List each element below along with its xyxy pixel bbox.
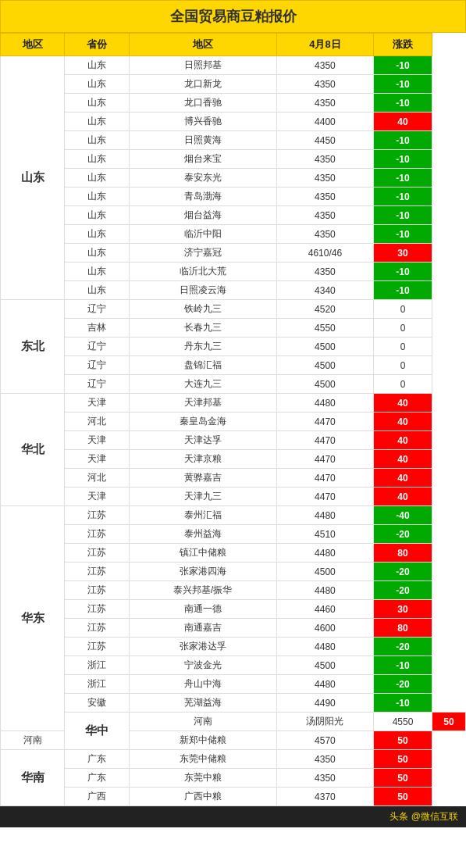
- price-cell: 4350: [276, 75, 374, 94]
- price-cell: 4480: [276, 638, 374, 656]
- price-cell: 4470: [276, 431, 374, 450]
- location-cell: 广西中粮: [129, 788, 276, 806]
- table-row: 江苏泰州益海4510-20: [1, 525, 466, 544]
- province-cell: 天津: [65, 431, 129, 450]
- province-cell: 河北: [65, 469, 129, 488]
- province-cell: 江苏: [65, 563, 129, 581]
- province-cell: 山东: [65, 113, 129, 131]
- province-cell: 山东: [65, 169, 129, 188]
- table-row: 河北秦皇岛金海447040: [1, 413, 466, 431]
- province-cell: 江苏: [65, 600, 129, 619]
- price-cell: 4550: [276, 319, 374, 338]
- change-cell: 40: [374, 113, 432, 131]
- location-cell: 长春九三: [129, 319, 276, 338]
- table-row: 吉林长春九三45500: [1, 319, 466, 338]
- location-cell: 泰州汇福: [129, 506, 276, 525]
- province-cell: 江苏: [65, 581, 129, 600]
- province-cell: 山东: [65, 75, 129, 94]
- change-cell: 40: [374, 431, 432, 450]
- location-cell: 张家港四海: [129, 563, 276, 581]
- table-row: 山东烟台益海4350-10: [1, 206, 466, 225]
- province-cell: 山东: [65, 131, 129, 150]
- table-row: 山东日照凌云海4340-10: [1, 281, 466, 300]
- change-cell: -10: [374, 169, 432, 188]
- table-row: 山东临沂北大荒4350-10: [1, 263, 466, 281]
- province-cell: 山东: [65, 206, 129, 225]
- location-cell: 东莞中储粮: [129, 750, 276, 769]
- price-cell: 4510: [276, 525, 374, 544]
- table-row: 江苏南通一德446030: [1, 600, 466, 619]
- change-cell: -20: [374, 581, 432, 600]
- location-cell: 临沂中阳: [129, 225, 276, 244]
- table-row: 江苏泰兴邦基/振华4480-20: [1, 581, 466, 600]
- location-cell: 天津达孚: [129, 431, 276, 450]
- change-cell: 40: [374, 450, 432, 469]
- page-wrapper: 全国贸易商豆粕报价 地区 省份 地区 4月8日 涨跌 山东山东日照邦基4350-…: [0, 0, 466, 827]
- price-cell: 4480: [276, 506, 374, 525]
- region-cell: 东北: [1, 300, 65, 394]
- price-cell: 4350: [276, 94, 374, 113]
- price-cell: 4350: [276, 169, 374, 188]
- change-cell: 0: [374, 319, 432, 338]
- price-cell: 4370: [276, 788, 374, 806]
- table-row: 华中河南汤阴阳光455050: [1, 713, 466, 731]
- province-cell: 江苏: [65, 619, 129, 638]
- price-cell: 4520: [276, 300, 374, 319]
- price-cell: 4350: [276, 206, 374, 225]
- location-cell: 宁波金光: [129, 656, 276, 675]
- change-cell: 40: [374, 488, 432, 506]
- table-row: 华东江苏泰州汇福4480-40: [1, 506, 466, 525]
- change-cell: -20: [374, 525, 432, 544]
- table-row: 山东泰安东光4350-10: [1, 169, 466, 188]
- change-cell: 0: [374, 356, 432, 375]
- change-cell: -20: [374, 563, 432, 581]
- location-cell: 盘锦汇福: [129, 356, 276, 375]
- region-cell: 山东: [1, 56, 65, 300]
- price-cell: 4480: [276, 675, 374, 694]
- province-cell: 河南: [129, 713, 276, 731]
- change-cell: 40: [374, 394, 432, 413]
- table-row: 山东龙口香驰4350-10: [1, 94, 466, 113]
- table-row: 山东日照黄海4450-10: [1, 131, 466, 150]
- col-price: 4月8日: [276, 34, 374, 56]
- table-row: 山东博兴香驰440040: [1, 113, 466, 131]
- table-row: 天津天津京粮447040: [1, 450, 466, 469]
- change-cell: 50: [432, 713, 465, 731]
- location-cell: 大连九三: [129, 375, 276, 394]
- province-cell: 广东: [65, 750, 129, 769]
- location-cell: 丹东九三: [129, 338, 276, 356]
- price-cell: 4450: [276, 131, 374, 150]
- province-cell: 天津: [65, 394, 129, 413]
- table-row: 山东山东日照邦基4350-10: [1, 56, 466, 75]
- change-cell: 0: [374, 338, 432, 356]
- change-cell: 80: [374, 619, 432, 638]
- province-cell: 山东: [65, 281, 129, 300]
- change-cell: 80: [374, 544, 432, 563]
- province-cell: 浙江: [65, 675, 129, 694]
- location-cell: 天津京粮: [129, 450, 276, 469]
- price-cell: 4350: [276, 750, 374, 769]
- location-cell: 日照凌云海: [129, 281, 276, 300]
- table-row: 广东东莞中粮435050: [1, 769, 466, 788]
- change-cell: 50: [374, 750, 432, 769]
- location-cell: 南通嘉吉: [129, 619, 276, 638]
- price-cell: 4480: [276, 581, 374, 600]
- change-cell: -10: [374, 188, 432, 206]
- location-cell: 烟台来宝: [129, 150, 276, 169]
- change-cell: -10: [374, 75, 432, 94]
- location-cell: 天津九三: [129, 488, 276, 506]
- change-cell: 50: [374, 769, 432, 788]
- price-cell: 4490: [276, 694, 374, 713]
- change-cell: 40: [374, 413, 432, 431]
- price-cell: 4500: [276, 375, 374, 394]
- change-cell: -10: [374, 131, 432, 150]
- table-row: 华北天津天津邦基448040: [1, 394, 466, 413]
- location-cell: 铁岭九三: [129, 300, 276, 319]
- location-cell: 镇江中储粮: [129, 544, 276, 563]
- table-row: 安徽芜湖益海4490-10: [1, 694, 466, 713]
- price-cell: 4350: [276, 225, 374, 244]
- table-row: 江苏张家港四海4500-20: [1, 563, 466, 581]
- price-table: 地区 省份 地区 4月8日 涨跌 山东山东日照邦基4350-10山东龙口新龙43…: [0, 33, 466, 806]
- price-cell: 4340: [276, 281, 374, 300]
- province-cell: 安徽: [65, 694, 129, 713]
